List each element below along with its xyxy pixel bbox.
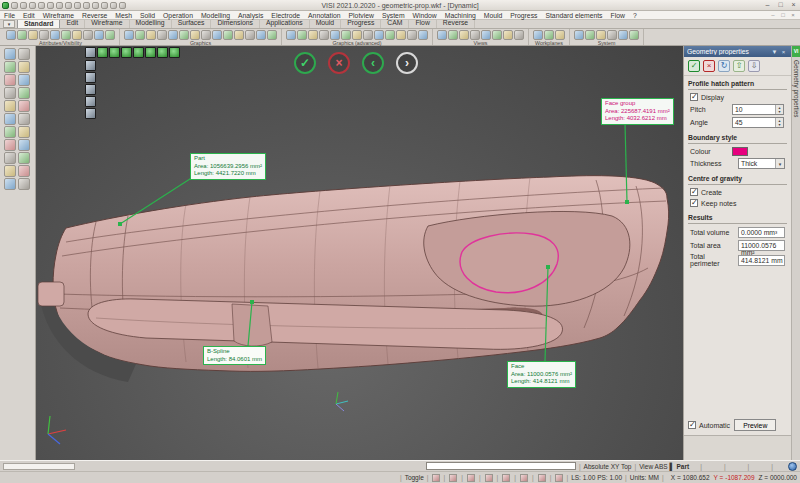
- copy-icon[interactable]: [74, 2, 81, 9]
- previous-button[interactable]: ‹: [362, 52, 384, 74]
- zoom-window-icon[interactable]: [201, 30, 211, 40]
- paste-icon[interactable]: [83, 2, 90, 9]
- transform-icon[interactable]: [4, 74, 16, 86]
- rotate-model-icon[interactable]: [503, 30, 513, 40]
- refresh-icon[interactable]: ↻: [718, 60, 730, 72]
- grid-icon[interactable]: [607, 30, 617, 40]
- transparency-icon[interactable]: [363, 30, 373, 40]
- chamfer-icon[interactable]: [18, 126, 30, 138]
- redraw-icon[interactable]: [234, 30, 244, 40]
- dropdown-arrow-icon[interactable]: [119, 2, 126, 9]
- snap-grid-icon[interactable]: [432, 474, 440, 482]
- undo-tool-icon[interactable]: [18, 165, 30, 177]
- dynamic-section-icon[interactable]: [418, 30, 428, 40]
- line-scale-indicator[interactable]: LS: 1.00 PS: 1.00: [571, 474, 622, 481]
- clipping-icon[interactable]: [267, 30, 277, 40]
- globe-render-icon[interactable]: [133, 47, 144, 58]
- globe-icon[interactable]: [788, 462, 797, 471]
- rotate-icon[interactable]: [18, 87, 30, 99]
- database-icon[interactable]: [618, 30, 628, 40]
- preview-button[interactable]: Preview: [734, 419, 776, 431]
- axonometric-view-icon[interactable]: [481, 30, 491, 40]
- side-view-icon[interactable]: [459, 30, 469, 40]
- workplane-status-icon[interactable]: [520, 474, 528, 482]
- annotation-b-spline[interactable]: B-SplineLength: 84.0601 mm: [203, 346, 266, 365]
- menu-item[interactable]: Electrode: [267, 11, 304, 20]
- thickness-dropdown[interactable]: Thick ▾: [738, 158, 785, 169]
- draft-analysis-icon[interactable]: [374, 30, 384, 40]
- menu-item[interactable]: Solid: [136, 11, 159, 20]
- context-indicator[interactable]: Part: [677, 463, 690, 470]
- view-by-plane-icon[interactable]: [492, 30, 502, 40]
- snap-small-icon[interactable]: [85, 96, 96, 107]
- command-input[interactable]: [426, 462, 576, 470]
- filter-icon[interactable]: [83, 30, 93, 40]
- units-indicator[interactable]: Units: MM: [630, 474, 659, 481]
- grid-small-icon[interactable]: [85, 84, 96, 95]
- workplane-small-icon[interactable]: [85, 60, 96, 71]
- delete-icon[interactable]: [4, 165, 16, 177]
- close-icon[interactable]: ×: [787, 0, 800, 10]
- multi-window-icon[interactable]: [256, 30, 266, 40]
- stepper-arrows-icon[interactable]: ▴▾: [775, 118, 783, 127]
- maximize-icon[interactable]: □: [774, 0, 787, 10]
- axis-small-icon[interactable]: [85, 72, 96, 83]
- menu-item[interactable]: Mould: [480, 11, 507, 20]
- materials-icon[interactable]: [308, 30, 318, 40]
- load-settings-icon[interactable]: ⇧: [733, 60, 745, 72]
- menu-item[interactable]: Wireframe: [39, 11, 78, 20]
- attributes-icon[interactable]: [6, 30, 16, 40]
- viewport-config-icon[interactable]: [85, 47, 96, 58]
- lights-icon[interactable]: [330, 30, 340, 40]
- menu-item[interactable]: Analysis: [234, 11, 267, 20]
- tab-geometry-properties[interactable]: Geometry properties: [793, 60, 800, 117]
- extend-icon[interactable]: [18, 113, 30, 125]
- cancel-icon[interactable]: ×: [703, 60, 715, 72]
- new-file-icon[interactable]: [11, 2, 18, 9]
- undo-icon[interactable]: [92, 2, 99, 9]
- print-icon[interactable]: [47, 2, 54, 9]
- visi-logo-icon[interactable]: [2, 2, 9, 9]
- menu-item[interactable]: Reverse: [78, 11, 111, 20]
- redo-icon[interactable]: [101, 2, 108, 9]
- recent-files-icon[interactable]: [110, 2, 117, 9]
- menu-item[interactable]: System: [378, 11, 409, 20]
- calculator-icon[interactable]: [585, 30, 595, 40]
- menu-item[interactable]: Machining: [441, 11, 480, 20]
- 3d-viewport[interactable]: ✓×‹› PartArea: 1056639.2956 mm²Length: 4…: [36, 46, 683, 460]
- section-view-icon[interactable]: [352, 30, 362, 40]
- save-icon[interactable]: [29, 2, 36, 9]
- bumper-model[interactable]: [36, 46, 683, 460]
- render-icon[interactable]: [245, 30, 255, 40]
- menu-item[interactable]: Annotation: [304, 11, 345, 20]
- mdi-minimize-icon[interactable]: –: [768, 11, 778, 19]
- zebra-stripes-icon[interactable]: [396, 30, 406, 40]
- reflection-icon[interactable]: [297, 30, 307, 40]
- compare-icon[interactable]: [407, 30, 417, 40]
- print-preview-icon[interactable]: [56, 2, 63, 9]
- mdi-close-icon[interactable]: ×: [788, 11, 798, 19]
- menu-item[interactable]: File: [0, 11, 19, 20]
- menu-item[interactable]: Flow: [607, 11, 629, 20]
- layer-icon[interactable]: [28, 30, 38, 40]
- background-icon[interactable]: [341, 30, 351, 40]
- curvature-icon[interactable]: [385, 30, 395, 40]
- stepper-arrows-icon[interactable]: ▴▾: [775, 105, 783, 114]
- saved-views-icon[interactable]: [514, 30, 524, 40]
- save-all-icon[interactable]: [38, 2, 45, 9]
- view-mode-indicator[interactable]: Absolute XY Top: [584, 463, 632, 470]
- visibility-icon[interactable]: [17, 30, 27, 40]
- menu-item[interactable]: Operation: [159, 11, 197, 20]
- toggle-button[interactable]: Toggle: [405, 474, 424, 481]
- display-checkbox[interactable]: Display: [690, 93, 785, 101]
- globe-wireframe-icon[interactable]: [109, 47, 120, 58]
- shadow-icon[interactable]: [286, 30, 296, 40]
- pitch-stepper[interactable]: 10 ▴▾: [732, 104, 784, 115]
- settings-icon[interactable]: [596, 30, 606, 40]
- layers-status-icon[interactable]: [467, 474, 475, 482]
- origin-small-icon[interactable]: [85, 108, 96, 119]
- rotate-view-icon[interactable]: [157, 30, 167, 40]
- annotate-icon[interactable]: [4, 152, 16, 164]
- trim-icon[interactable]: [4, 113, 16, 125]
- menu-item[interactable]: Plotview: [345, 11, 378, 20]
